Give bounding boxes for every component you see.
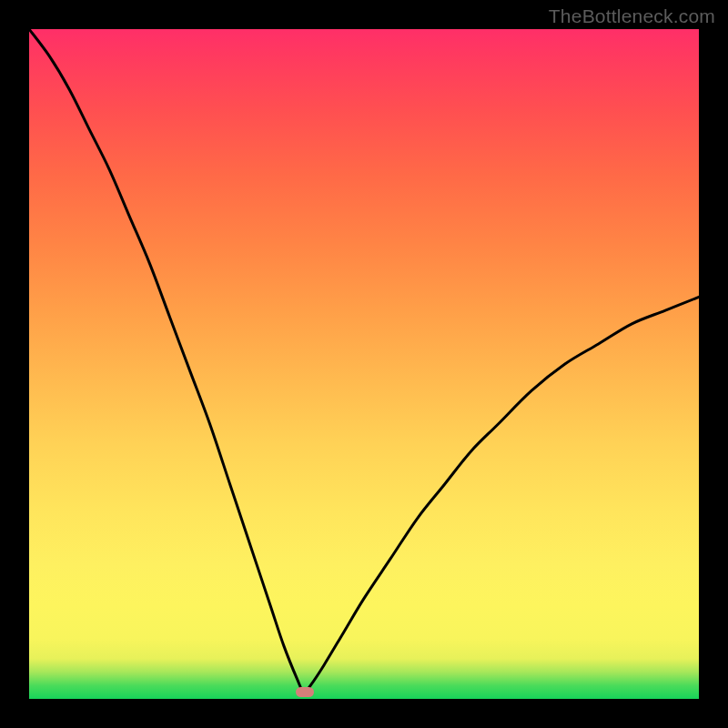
plot-area xyxy=(29,29,699,699)
optimum-marker xyxy=(296,687,314,697)
curve-svg xyxy=(29,29,699,699)
watermark-text: TheBottleneck.com xyxy=(549,5,715,27)
bottleneck-curve xyxy=(29,29,699,693)
chart-frame: TheBottleneck.com xyxy=(0,0,728,728)
